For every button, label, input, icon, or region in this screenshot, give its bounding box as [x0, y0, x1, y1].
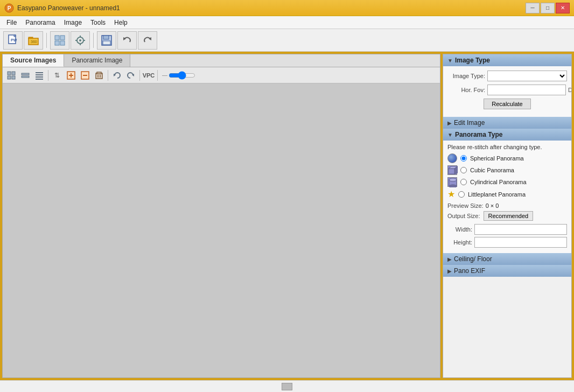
- svg-rect-25: [12, 76, 15, 79]
- pano-exif-section-header[interactable]: ▶ Pano EXIF: [443, 265, 571, 277]
- preview-size-value: 0 × 0: [486, 202, 499, 209]
- ceiling-floor-section-header[interactable]: ▶ Ceiling/ Floor: [443, 253, 571, 265]
- cylindrical-panorama-option[interactable]: Cylindrical Panorama: [447, 177, 567, 187]
- image-type-label: Image Type:: [447, 73, 485, 79]
- svg-point-47: [449, 178, 457, 181]
- toolbar-sep-2: [93, 33, 94, 48]
- littleplanet-label: Littleplanet Panorama: [468, 191, 526, 198]
- width-input[interactable]: [474, 224, 567, 235]
- toolbar: PW 360: [0, 29, 574, 52]
- rotate-left-icon: [113, 71, 121, 80]
- open-icon: 360: [27, 34, 39, 46]
- title-bar: P Easypano Panoweaver - unnamed1 ─ □ ✕: [0, 0, 574, 16]
- svg-rect-9: [55, 41, 59, 45]
- view-list-button[interactable]: [33, 69, 46, 82]
- image-type-section-content: Image Type: Hor. Fov: Deg Recalculate: [443, 66, 571, 117]
- horizontal-scroll-handle[interactable]: [282, 383, 292, 390]
- toolbar-open-button[interactable]: 360: [24, 31, 43, 50]
- toolbar-grid-button[interactable]: [50, 31, 69, 50]
- menu-help[interactable]: Help: [110, 18, 132, 27]
- hor-fov-input[interactable]: [487, 85, 566, 95]
- edit-image-collapse-arrow: ▶: [447, 120, 452, 126]
- menu-panorama[interactable]: Panorama: [21, 18, 59, 27]
- svg-rect-43: [449, 169, 455, 174]
- rotate-right-button[interactable]: [124, 69, 137, 82]
- svg-rect-10: [60, 41, 65, 45]
- window-controls: ─ □ ✕: [526, 3, 570, 13]
- minimize-button[interactable]: ─: [526, 3, 540, 13]
- svg-rect-27: [22, 76, 29, 78]
- cylindrical-radio[interactable]: [460, 179, 467, 185]
- height-label: Height:: [447, 239, 472, 246]
- littleplanet-panorama-option[interactable]: ★ Littleplanet Panorama: [447, 189, 567, 199]
- tab-source-images[interactable]: Source Images: [3, 54, 64, 67]
- ceiling-floor-collapse-arrow: ▶: [447, 256, 452, 262]
- toolbar-redo-button[interactable]: [138, 31, 157, 50]
- app-icon: P: [4, 3, 14, 13]
- cubic-label: Cubic Panorama: [470, 167, 514, 173]
- cylinder-svg: [448, 178, 458, 187]
- svg-rect-26: [22, 73, 29, 75]
- menu-file[interactable]: File: [2, 18, 21, 27]
- toolbar-sep-1: [46, 33, 47, 48]
- cubic-icon: [447, 165, 457, 175]
- svg-rect-29: [36, 74, 43, 75]
- list-view-icon: [35, 71, 44, 80]
- recommended-button[interactable]: Recommended: [484, 211, 534, 221]
- canvas-area: [3, 83, 440, 377]
- image-type-section-header[interactable]: ▼ Image Type: [443, 54, 571, 66]
- img-toolbar-sep-3: [139, 70, 140, 81]
- remove-all-button[interactable]: [93, 69, 106, 82]
- add-image-button[interactable]: [65, 69, 78, 82]
- edit-image-section-header[interactable]: ▶ Edit Image: [443, 117, 571, 129]
- pano-notice: Please re-stitch after changing type.: [447, 144, 567, 150]
- large-view-icon: [7, 71, 16, 80]
- sort-button[interactable]: ⇅: [51, 69, 64, 82]
- svg-point-12: [79, 39, 81, 41]
- cube-svg: [448, 166, 458, 176]
- tab-panoramic-image[interactable]: Panoramic Image: [64, 54, 130, 67]
- cylindrical-label: Cylindrical Panorama: [470, 179, 527, 185]
- width-label: Width:: [447, 226, 472, 233]
- deg-suffix: Deg: [568, 87, 572, 93]
- maximize-button[interactable]: □: [541, 3, 555, 13]
- new-document-icon: PW: [7, 34, 19, 46]
- recalculate-button[interactable]: Recalculate: [484, 99, 530, 109]
- toolbar-save-button[interactable]: [97, 31, 116, 50]
- main-layout: Source Images Panoramic Image: [0, 52, 574, 380]
- svg-rect-7: [55, 36, 59, 40]
- remove-selected-button[interactable]: [79, 69, 92, 82]
- spherical-radio[interactable]: [460, 155, 467, 162]
- view-large-button[interactable]: [5, 69, 18, 82]
- image-toolbar: ⇅: [3, 67, 440, 83]
- height-input[interactable]: [474, 237, 567, 248]
- spherical-panorama-option[interactable]: Spherical Panorama: [447, 153, 567, 163]
- output-size-label: Output Size:: [447, 213, 480, 219]
- cubic-panorama-option[interactable]: Cubic Panorama: [447, 165, 567, 175]
- edit-image-section-title: Edit Image: [454, 119, 485, 127]
- close-button[interactable]: ✕: [556, 3, 570, 13]
- menu-tools[interactable]: Tools: [86, 18, 110, 27]
- vpc-button[interactable]: VPC: [142, 69, 155, 82]
- svg-rect-31: [36, 79, 43, 80]
- width-row: Width:: [447, 224, 567, 235]
- svg-rect-8: [60, 36, 65, 40]
- cylindrical-icon: [447, 177, 457, 187]
- spherical-icon: [447, 153, 457, 163]
- slider-area: —: [162, 72, 195, 79]
- panorama-type-section-header[interactable]: ▼ Panorama Type: [443, 129, 571, 141]
- rotate-left-button[interactable]: [110, 69, 123, 82]
- panorama-type-section-title: Panorama Type: [455, 131, 502, 138]
- image-type-select[interactable]: [487, 71, 567, 81]
- cubic-radio[interactable]: [460, 167, 467, 173]
- toolbar-undo-button[interactable]: [117, 31, 137, 50]
- panorama-type-section-content: Please re-stitch after changing type. Sp…: [443, 141, 571, 253]
- svg-rect-23: [12, 72, 15, 75]
- menu-image[interactable]: Image: [60, 18, 86, 27]
- size-slider[interactable]: [169, 72, 195, 79]
- toolbar-settings-button[interactable]: [71, 31, 90, 50]
- view-medium-button[interactable]: [19, 69, 32, 82]
- image-type-row: Image Type:: [447, 71, 567, 81]
- toolbar-new-button[interactable]: PW: [3, 31, 23, 50]
- littleplanet-radio[interactable]: [458, 191, 465, 198]
